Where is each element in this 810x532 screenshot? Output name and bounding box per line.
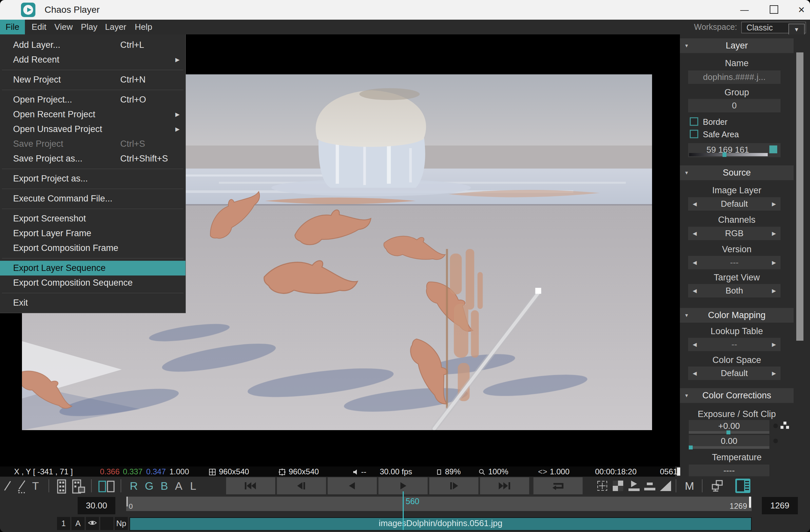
spinner-right-icon[interactable]: ▶ <box>772 338 776 351</box>
color-swatch[interactable] <box>770 146 777 153</box>
spinner-left-icon[interactable]: ◀ <box>693 284 697 297</box>
collapse-arrow-icon[interactable]: ▾ <box>685 165 688 180</box>
layer-group-field[interactable]: 0 <box>688 99 780 112</box>
loop-toggle-button[interactable] <box>533 477 583 494</box>
exposure-reset-dot[interactable] <box>773 423 778 428</box>
channel-red-toggle[interactable]: R <box>130 477 138 495</box>
version-spinner[interactable]: ◀---▶ <box>688 256 780 269</box>
range-bar-icon[interactable] <box>643 479 657 492</box>
spinner-left-icon[interactable]: ◀ <box>693 367 697 380</box>
color-gradient-slider[interactable] <box>689 153 768 156</box>
color-space-spinner[interactable]: ◀Default▶ <box>688 367 780 380</box>
menu-item-save-project-as[interactable]: Save Project as...Ctrl+Shift+S <box>0 151 185 166</box>
temperature-field[interactable]: ---- <box>689 465 770 476</box>
timeline-ruler[interactable]: 0 1269 <box>126 497 752 511</box>
source-panel-header[interactable]: ▾Source <box>680 165 794 180</box>
spinner-left-icon[interactable]: ◀ <box>693 338 697 351</box>
spinner-left-icon[interactable]: ◀ <box>693 256 697 269</box>
close-button[interactable]: ✕ <box>788 0 810 20</box>
menu-item-open-recent-project[interactable]: Open Recent Project▶ <box>0 107 185 122</box>
gradient-ramp-icon[interactable] <box>659 479 673 492</box>
menu-item-open-project[interactable]: Open Project...Ctrl+O <box>0 93 185 107</box>
border-checkbox[interactable]: Border <box>690 117 727 126</box>
text-tool[interactable]: T <box>32 477 39 495</box>
safe-area-checkbox[interactable]: Safe Area <box>690 130 739 138</box>
skip-to-end-button[interactable] <box>480 477 529 494</box>
maximize-button[interactable] <box>761 0 787 20</box>
mark-frame-button[interactable]: M <box>685 477 694 495</box>
channels-spinner[interactable]: ◀RGB▶ <box>688 227 780 240</box>
checkbox-icon[interactable] <box>690 117 698 126</box>
layer-strip-icon[interactable] <box>55 479 68 494</box>
minimize-button[interactable]: — <box>731 0 758 20</box>
menu-item-export-screenshot[interactable]: Export Screenshot <box>0 211 185 226</box>
frame-number-field[interactable]: 0561 <box>660 466 677 477</box>
menu-item-export-layer-frame[interactable]: Export Layer Frame <box>0 226 185 241</box>
spinner-left-icon[interactable]: ◀ <box>693 227 697 240</box>
menu-item-open-unsaved-project[interactable]: Open Unsaved Project▶ <box>0 122 185 137</box>
menu-item-exit[interactable]: Exit <box>0 296 185 310</box>
menu-item-new-project[interactable]: New ProjectCtrl+N <box>0 72 185 87</box>
menu-item-export-layer-sequence[interactable]: Export Layer Sequence <box>0 261 185 276</box>
channel-luma-toggle[interactable]: L <box>190 477 196 495</box>
step-forward-button[interactable] <box>429 477 479 494</box>
checkbox-icon[interactable] <box>690 130 698 138</box>
color-mapping-panel-header[interactable]: ▾Color Mapping <box>680 308 794 323</box>
annotate-tool-icon[interactable] <box>15 479 30 494</box>
menu-view[interactable]: View <box>51 20 76 34</box>
menu-layer[interactable]: Layer <box>101 20 130 34</box>
timeline-end-tick[interactable] <box>749 497 751 508</box>
color-corrections-panel-header[interactable]: ▾Color Corrections <box>680 388 794 403</box>
sidebar-scrollbar[interactable] <box>796 52 804 341</box>
soft-clip-slider[interactable] <box>689 446 770 449</box>
collapse-arrow-icon[interactable]: ▾ <box>685 38 688 53</box>
play-backward-button[interactable] <box>328 477 377 494</box>
curve-nodes-icon[interactable] <box>780 421 790 431</box>
spinner-right-icon[interactable]: ▶ <box>772 227 776 240</box>
menu-item-add-layer[interactable]: Add Layer...Ctrl+L <box>0 38 185 52</box>
channel-blue-toggle[interactable]: B <box>161 477 168 495</box>
timeline-end-field[interactable]: 1269 <box>762 497 798 514</box>
skip-to-start-button[interactable] <box>226 477 275 494</box>
channel-alpha-toggle[interactable]: A <box>175 477 182 495</box>
empty-cell[interactable] <box>100 517 113 530</box>
composition-strip-icon[interactable] <box>71 479 86 494</box>
checker-background-icon[interactable] <box>612 479 625 492</box>
layer-cache-bar[interactable]: imagesDolphin/dophins.0561.jpg <box>129 517 752 531</box>
soft-clip-reset-dot[interactable] <box>773 439 778 443</box>
np-flag-cell[interactable]: Np <box>115 517 128 530</box>
menu-edit[interactable]: Edit <box>28 20 50 34</box>
menu-item-export-project-as[interactable]: Export Project as... <box>0 171 185 186</box>
spinner-left-icon[interactable]: ◀ <box>693 197 697 211</box>
target-view-spinner[interactable]: ◀Both▶ <box>688 284 780 297</box>
image-layer-spinner[interactable]: ◀Default▶ <box>688 197 780 211</box>
lookup-table-spinner[interactable]: ◀--▶ <box>688 338 780 351</box>
menu-play[interactable]: Play <box>77 20 101 34</box>
soft-clip-field[interactable]: 0.00 <box>689 435 770 447</box>
layer-index-cell[interactable]: 1 <box>57 517 70 530</box>
layer-name-field[interactable]: dophins.####.j... <box>688 70 780 84</box>
spinner-right-icon[interactable]: ▶ <box>772 367 776 380</box>
spinner-right-icon[interactable]: ▶ <box>772 256 776 269</box>
channel-green-toggle[interactable]: G <box>145 477 153 495</box>
background-color-field[interactable]: 59 169 161 <box>688 143 780 157</box>
sidebar-toggle-button[interactable] <box>735 479 750 493</box>
layout-windows-icon[interactable] <box>710 479 725 492</box>
workspace-dropdown[interactable]: Classic ▼ <box>741 22 806 33</box>
collapse-arrow-icon[interactable]: ▾ <box>685 388 688 403</box>
exposure-field[interactable]: +0.00 <box>689 420 770 432</box>
menu-item-execute-command-file[interactable]: Execute Command File... <box>0 191 185 206</box>
soft-clip-slider-thumb[interactable] <box>689 446 693 449</box>
gradient-slider-thumb[interactable] <box>723 152 726 157</box>
center-view-icon[interactable] <box>596 479 609 492</box>
exposure-slider-thumb[interactable] <box>726 430 730 434</box>
exposure-slider[interactable] <box>689 431 770 434</box>
layer-panel-header[interactable]: ▾Layer <box>680 38 794 53</box>
play-range-icon[interactable] <box>627 479 641 492</box>
pen-tool-icon[interactable] <box>2 479 14 492</box>
menu-item-export-composition-frame[interactable]: Export Composition Frame <box>0 241 185 255</box>
visibility-cell[interactable] <box>86 517 99 530</box>
spinner-right-icon[interactable]: ▶ <box>772 197 776 211</box>
split-view-icon[interactable] <box>98 479 116 494</box>
audio-flag-cell[interactable]: A <box>71 517 84 530</box>
